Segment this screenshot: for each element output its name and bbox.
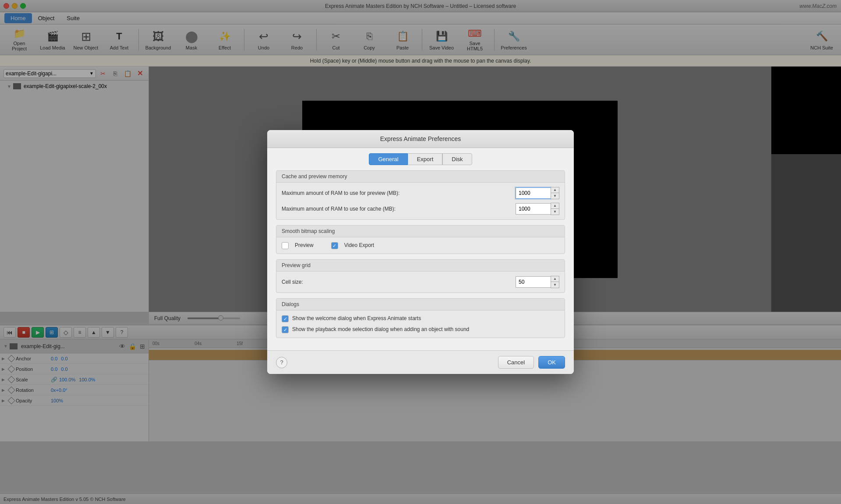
help-icon: ?	[280, 359, 283, 366]
smooth-row: ✓ Preview ✓ Video Export	[282, 242, 559, 249]
cache-ram-spinbox: ▲ ▼	[516, 203, 559, 215]
tab-general[interactable]: General	[369, 153, 407, 165]
dialogs-section-header: Dialogs	[276, 299, 565, 310]
cell-size-row: Cell size: ▲ ▼	[282, 276, 559, 288]
cell-size-spinbox: ▲ ▼	[516, 276, 559, 288]
dialog-help-button[interactable]: ?	[276, 357, 287, 368]
cache-section: Cache and preview memory Maximum amount …	[276, 170, 565, 220]
dialog-action-buttons: Cancel OK	[498, 356, 565, 369]
dialog-body: Cache and preview memory Maximum amount …	[267, 170, 574, 350]
ok-button[interactable]: OK	[538, 356, 565, 369]
preview-ram-spinbox: ▲ ▼	[516, 187, 559, 199]
tab-disk[interactable]: Disk	[442, 153, 472, 165]
preview-ram-increment[interactable]: ▲	[551, 187, 559, 193]
dialogs-section: Dialogs ✓ Show the welcome dialog when E…	[276, 298, 565, 338]
welcome-dialog-row: ✓ Show the welcome dialog when Express A…	[282, 315, 559, 322]
dialog-footer: ? Cancel OK	[267, 350, 574, 374]
preview-grid-content: Cell size: ▲ ▼	[276, 271, 565, 293]
cache-ram-row: Maximum amount of RAM to use for cache (…	[282, 203, 559, 215]
dialog-tabs: General Export Disk	[267, 148, 574, 170]
tab-export[interactable]: Export	[408, 153, 443, 165]
cache-ram-input[interactable]	[516, 203, 551, 215]
cache-ram-increment[interactable]: ▲	[551, 203, 559, 209]
welcome-dialog-label: Show the welcome dialog when Express Ani…	[292, 315, 421, 322]
cell-size-label: Cell size:	[282, 279, 516, 285]
playback-mode-checkbox[interactable]: ✓	[282, 326, 289, 333]
preferences-dialog: Express Animate Preferences General Expo…	[267, 130, 574, 374]
preview-ram-row: Maximum amount of RAM to use for preview…	[282, 187, 559, 199]
modal-overlay: Express Animate Preferences General Expo…	[0, 0, 841, 504]
cache-ram-label: Maximum amount of RAM to use for cache (…	[282, 206, 516, 212]
preview-ram-spin-btns: ▲ ▼	[551, 187, 559, 199]
preview-grid-header: Preview grid	[276, 260, 565, 271]
cell-size-input[interactable]	[516, 276, 551, 288]
preview-grid-section: Preview grid Cell size: ▲ ▼	[276, 259, 565, 293]
playback-mode-row: ✓ Show the playback mode selection dialo…	[282, 326, 559, 333]
preview-smooth-checkbox[interactable]: ✓	[282, 242, 289, 249]
cell-size-increment[interactable]: ▲	[551, 276, 559, 282]
cell-size-decrement[interactable]: ▼	[551, 282, 559, 288]
dialog-title: Express Animate Preferences	[267, 130, 574, 148]
cache-ram-decrement[interactable]: ▼	[551, 209, 559, 215]
preview-ram-label: Maximum amount of RAM to use for preview…	[282, 190, 516, 196]
cache-section-header: Cache and preview memory	[276, 171, 565, 183]
video-export-smooth-label: Video Export	[344, 242, 375, 249]
welcome-dialog-checkbox[interactable]: ✓	[282, 315, 289, 322]
dialogs-section-content: ✓ Show the welcome dialog when Express A…	[276, 310, 565, 338]
cache-ram-spin-btns: ▲ ▼	[551, 203, 559, 215]
smooth-section-content: ✓ Preview ✓ Video Export	[276, 237, 565, 254]
video-export-smooth-item: ✓ Video Export	[331, 242, 375, 249]
smooth-section: Smooth bitmap scaling ✓ Preview ✓ Video …	[276, 225, 565, 254]
smooth-section-header: Smooth bitmap scaling	[276, 226, 565, 237]
cell-size-spin-btns: ▲ ▼	[551, 276, 559, 288]
cancel-button[interactable]: Cancel	[498, 356, 534, 369]
cache-section-content: Maximum amount of RAM to use for preview…	[276, 183, 565, 219]
preview-ram-input[interactable]	[516, 187, 551, 199]
preview-smooth-label: Preview	[295, 242, 314, 249]
video-export-smooth-checkbox[interactable]: ✓	[331, 242, 338, 249]
preview-ram-decrement[interactable]: ▼	[551, 193, 559, 199]
playback-mode-label: Show the playback mode selection dialog …	[292, 326, 469, 333]
preview-smooth-item: ✓ Preview	[282, 242, 314, 249]
